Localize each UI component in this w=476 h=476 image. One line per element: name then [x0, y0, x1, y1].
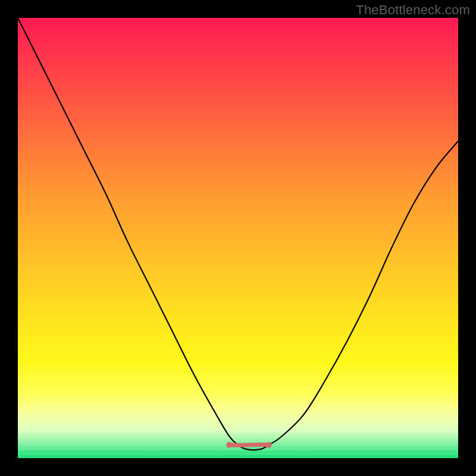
chart-frame: TheBottleneck.com: [0, 0, 476, 476]
curve-layer: [18, 18, 458, 458]
plot-area: [18, 18, 458, 458]
attribution-label: TheBottleneck.com: [356, 2, 470, 18]
valley-marker-line: [229, 444, 269, 445]
bottleneck-curve: [18, 18, 458, 450]
valley-marker-dot-right: [266, 442, 272, 448]
valley-marker-dot-left: [226, 442, 232, 448]
